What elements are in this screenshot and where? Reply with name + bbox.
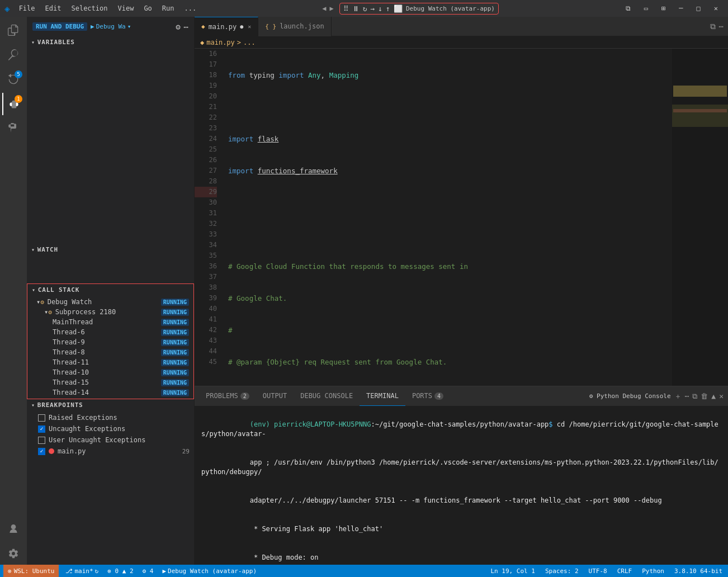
breakpoints-header[interactable]: ▾ BREAKPOINTS [27, 399, 194, 411]
statusbar-language-item[interactable]: Python [640, 567, 666, 575]
statusbar-errors-item[interactable]: ⊗ 0 ▲ 2 [105, 567, 135, 575]
more-editor-actions-button[interactable]: ⋯ [719, 22, 724, 31]
breadcrumb-location[interactable]: ... [243, 39, 256, 46]
nav-forward-button[interactable]: ▶ [329, 4, 333, 12]
code-line-25: # @param {Object} req Request sent from … [228, 357, 672, 367]
terminal-line-1b: app ; /usr/bin/env /bin/python3 /home/pi… [201, 448, 721, 486]
tab-launchjson[interactable]: { } launch.json [258, 17, 331, 36]
menu-edit[interactable]: Edit [41, 3, 66, 13]
callstack-cog-icon: ⚙ [40, 299, 44, 306]
callstack-item-thread9[interactable]: Thread-9 RUNNING [27, 337, 193, 347]
statusbar-spaces-item[interactable]: Spaces: 2 [543, 567, 581, 575]
activity-extensions-icon[interactable] [2, 117, 25, 140]
statusbar-line-ending-item[interactable]: CRLF [615, 567, 635, 575]
split-editor-button[interactable]: ⧉ [620, 3, 636, 13]
split-terminal-button[interactable]: ⧉ [692, 392, 697, 401]
code-line-23: # Google Chat. [228, 293, 672, 304]
more-actions-icon[interactable]: ⋯ [184, 22, 188, 31]
code-line-22: # Google Cloud Function that responds to… [228, 261, 672, 272]
callstack-item-subprocess[interactable]: ▾ ⚙ Subprocess 2180 RUNNING [27, 307, 193, 317]
sidebar-content: ▾ VARIABLES ▾ WATCH ▾ CALL STACK [27, 36, 194, 565]
panel-tab-debug-console[interactable]: DEBUG CONSOLE [294, 386, 360, 406]
json-file-icon: { } [265, 23, 276, 30]
callstack-item-thread6[interactable]: Thread-6 RUNNING [27, 327, 193, 337]
raised-exceptions-checkbox[interactable] [38, 414, 45, 422]
watch-header[interactable]: ▾ WATCH [27, 244, 194, 256]
callstack-item-mainthread[interactable]: MainThread RUNNING [27, 317, 193, 327]
minimap [672, 49, 728, 386]
nav-back-button[interactable]: ◀ [322, 4, 326, 12]
activity-source-control-icon[interactable]: 5 [2, 68, 25, 91]
gear-icon[interactable]: ⚙ [176, 22, 180, 31]
add-terminal-button[interactable]: ＋ [674, 391, 682, 401]
activity-search-icon[interactable] [2, 44, 25, 66]
callstack-chevron-icon: ▾ [32, 287, 36, 293]
menu-file[interactable]: File [15, 3, 40, 13]
activity-account-icon[interactable] [2, 518, 25, 540]
debug-continue-button[interactable]: ⠿ [343, 4, 349, 13]
debug-step-into-button[interactable]: ↓ [378, 4, 382, 13]
callstack-item-thread10[interactable]: Thread-10 RUNNING [27, 367, 193, 377]
toggle-panel-button[interactable]: ▭ [639, 3, 654, 13]
menu-more[interactable]: ... [180, 3, 201, 13]
variables-header[interactable]: ▾ VARIABLES [27, 36, 194, 48]
menu-run[interactable]: Run [158, 3, 179, 13]
split-editor-right-button[interactable]: ⧉ [710, 22, 716, 31]
callstack-item-thread8[interactable]: Thread-8 RUNNING [27, 347, 193, 357]
callstack-thread10-badge: RUNNING [161, 369, 189, 376]
callstack-thread15-label: Thread-15 [53, 379, 159, 386]
editor-area: ◆ main.py ● ✕ { } launch.json ⧉ ⋯ ◆ main… [195, 17, 728, 565]
panel-tab-output[interactable]: OUTPUT [256, 386, 294, 406]
debug-play-button[interactable]: ▶ Debug Wa ▾ [91, 23, 131, 30]
terminal-more-button[interactable]: ⋯ [685, 392, 689, 400]
statusbar-debug-session-item[interactable]: ▶ Debug Watch (avatar-app) [160, 567, 259, 575]
callstack-thread8-badge: RUNNING [161, 349, 189, 356]
statusbar-workers-item[interactable]: ⚙ 4 [140, 567, 156, 575]
maximize-button[interactable]: □ [691, 3, 706, 13]
activity-debug-icon[interactable]: 1 [2, 93, 25, 115]
statusbar-position-label: Ln 19, Col 1 [490, 567, 535, 575]
minimize-button[interactable]: ─ [673, 3, 688, 13]
callstack-header[interactable]: ▾ CALL STACK [27, 284, 193, 296]
tab-mainpy[interactable]: ◆ main.py ● ✕ [195, 17, 258, 36]
tab-mainpy-close-button[interactable]: ✕ [248, 23, 251, 30]
activity-settings-icon[interactable] [2, 542, 25, 565]
callstack-item-debug-watch[interactable]: ▾ ⚙ Debug Watch RUNNING [27, 297, 193, 307]
statusbar-debug-item[interactable]: ⊗ WSL: Ubuntu [3, 565, 59, 577]
menu-go[interactable]: Go [139, 3, 156, 13]
mainpy-checkbox[interactable]: ✓ [38, 448, 45, 455]
menu-view[interactable]: View [113, 3, 138, 13]
breadcrumb-file[interactable]: main.py [206, 39, 235, 46]
terminal-content[interactable]: (env) pierrick@LAPTOP-HKU5PNNG:~/git/goo… [195, 406, 728, 565]
customize-layout-button[interactable]: ⊞ [656, 3, 671, 13]
variables-content [27, 48, 194, 244]
debug-pause-button[interactable]: ⏸ [352, 4, 360, 13]
code-content[interactable]: from typing import Any, Mapping import f… [223, 49, 672, 386]
debug-restart-button[interactable]: ↻ [363, 4, 367, 13]
close-button[interactable]: ✕ [708, 3, 724, 13]
callstack-item-thread14[interactable]: Thread-14 RUNNING [27, 387, 193, 398]
panel-tab-ports[interactable]: PORTS 4 [405, 386, 450, 406]
uncaught-exceptions-checkbox[interactable]: ✓ [38, 425, 45, 433]
debug-stop-button[interactable]: ⬜ [394, 4, 403, 13]
activity-explorer-icon[interactable] [2, 19, 25, 41]
debug-step-out-button[interactable]: ↑ [386, 4, 390, 13]
callstack-subprocess-chevron-icon: ▾ [44, 308, 48, 316]
panel-tab-problems[interactable]: PROBLEMS 2 [199, 386, 256, 406]
menu-selection[interactable]: Selection [67, 3, 112, 13]
panel-tab-terminal[interactable]: TERMINAL [360, 386, 405, 406]
python-file-icon: ◆ [201, 23, 205, 30]
statusbar-position-item[interactable]: Ln 19, Col 1 [488, 567, 537, 575]
statusbar-arch-item[interactable]: 3.8.10 64-bit [672, 567, 725, 575]
terminal-maximize-button[interactable]: ▲ [711, 392, 716, 400]
panel-tabs-right: ⚙ Python Debug Console ＋ ⋯ ⧉ 🗑 ▲ ✕ [589, 391, 724, 401]
statusbar-encoding-item[interactable]: UTF-8 [587, 567, 609, 575]
user-uncaught-checkbox[interactable] [38, 437, 45, 444]
terminal-close-button[interactable]: ✕ [719, 392, 724, 400]
code-editor: 16 17 18 19 20 21 22 23 24 25 26 27 28 2… [195, 49, 728, 386]
callstack-item-thread11[interactable]: Thread-11 RUNNING [27, 357, 193, 367]
kill-terminal-button[interactable]: 🗑 [701, 392, 708, 400]
statusbar-branch-item[interactable]: ⎇ main* ↻ [63, 567, 101, 575]
debug-step-over-button[interactable]: → [370, 4, 375, 13]
callstack-item-thread15[interactable]: Thread-15 RUNNING [27, 377, 193, 387]
